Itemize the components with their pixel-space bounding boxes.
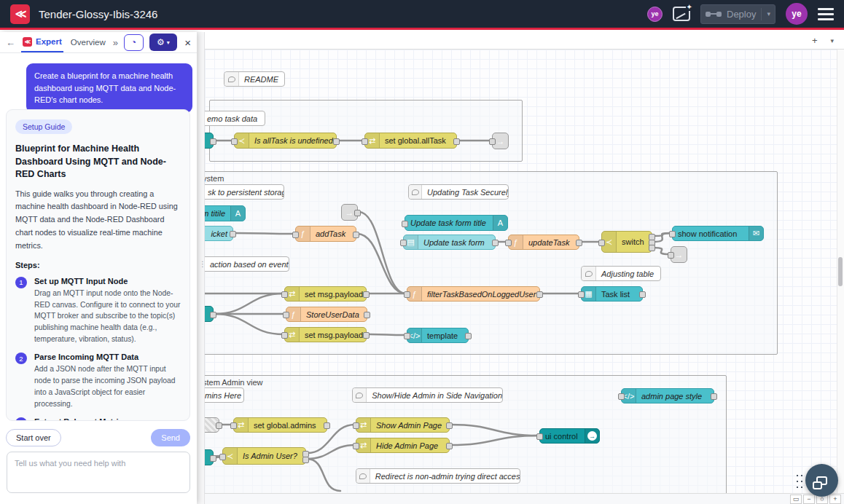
output-port[interactable]	[536, 291, 543, 298]
comment-node[interactable]: mins Here	[205, 387, 244, 403]
output-port[interactable]	[576, 240, 582, 246]
comment-node[interactable]: Adjusting table	[581, 266, 661, 281]
flow-list-button[interactable]: ▾	[830, 37, 834, 44]
output-port[interactable]	[711, 393, 717, 400]
output-port[interactable]	[492, 240, 499, 246]
input-port[interactable]	[578, 291, 585, 298]
output-port[interactable]	[230, 231, 236, 237]
output-port[interactable]	[216, 422, 222, 429]
output-port[interactable]	[302, 457, 309, 463]
canvas-viewport[interactable]: ystemstem Admin view READMEemo task data…	[205, 50, 844, 504]
send-button[interactable]: Send	[151, 429, 190, 446]
flow-node-set-global-alltask[interactable]: ⇄set global.allTask	[364, 133, 457, 149]
input-port[interactable]	[219, 454, 226, 460]
input-port[interactable]	[230, 422, 237, 429]
input-port[interactable]	[404, 333, 410, 339]
input-port[interactable]	[402, 221, 408, 227]
flow-node-m-titile[interactable]: m titileA	[205, 205, 246, 221]
flow-node-task-list[interactable]: ▦Task list	[581, 286, 643, 302]
input-port[interactable]	[281, 332, 288, 339]
tab-overview[interactable]: Overview	[69, 32, 107, 52]
flow-node-set-global-admins[interactable]: ⇄set global.admins	[233, 417, 327, 433]
input-port[interactable]	[292, 232, 299, 238]
comment-node[interactable]: action based on event	[205, 256, 289, 272]
flow-node-show-admin-page[interactable]: ⇄Show Admin Page	[356, 417, 450, 433]
settings-button[interactable]: ⚙ ▾	[149, 34, 178, 51]
flow-node-switch[interactable]: ≺switch	[601, 231, 652, 253]
flow-node-storeuserdata[interactable]: ƒStoreUserData	[286, 307, 367, 322]
input-port[interactable]	[618, 393, 625, 400]
flow-node-show-notification[interactable]: show notification✉	[672, 226, 764, 241]
output-port[interactable]	[446, 443, 453, 449]
input-port[interactable]	[400, 240, 407, 246]
output-port[interactable]	[354, 210, 361, 216]
flow-node-stub-teal[interactable]	[205, 133, 214, 149]
zoom-in-button[interactable]: +	[829, 495, 841, 504]
output-port[interactable]	[364, 312, 370, 318]
more-tabs-button[interactable]: »	[113, 37, 118, 48]
input-port[interactable]	[669, 231, 676, 237]
output-port[interactable]	[353, 232, 359, 238]
input-port[interactable]	[281, 291, 288, 298]
flow-node-admin-page-style[interactable]: </>admin page style	[621, 388, 714, 403]
navigator-button[interactable]: ▭	[790, 495, 802, 504]
flow-node-stub-teal[interactable]	[205, 449, 214, 465]
output-port[interactable]	[210, 312, 216, 318]
flow-node-template[interactable]: </>template	[407, 328, 469, 343]
drag-handle-dots[interactable]	[795, 473, 804, 489]
flow-node-updatetask[interactable]: ƒupdateTask	[508, 235, 579, 250]
back-button[interactable]: ←	[6, 37, 15, 48]
input-port[interactable]	[404, 291, 410, 298]
input-port[interactable]	[353, 422, 359, 429]
output-port[interactable]	[639, 291, 646, 298]
input-port[interactable]	[668, 252, 674, 259]
flow-node-[interactable]: →	[671, 246, 687, 263]
flow-node-set-msg-payload[interactable]: ⇄set msg.payload	[284, 286, 367, 302]
flow-node-icket[interactable]: icket	[205, 226, 233, 241]
flow-node-update-task-form[interactable]: ▤Update task form	[403, 235, 496, 250]
output-port[interactable]	[210, 138, 216, 145]
comment-node[interactable]: Updating Task Securely	[408, 184, 509, 200]
input-port[interactable]	[505, 240, 512, 246]
input-port[interactable]	[536, 433, 543, 440]
flow-node-is-alltask-is-undefined[interactable]: ≺Is allTask is undefined	[234, 133, 337, 149]
flow-node-[interactable]: →	[492, 133, 509, 149]
flow-node-stub-hash[interactable]	[205, 417, 219, 433]
flow-node-stub-teal[interactable]	[205, 306, 214, 322]
deploy-button[interactable]: Deploy ▾	[700, 4, 775, 24]
flow-node-update-task-form-title[interactable]: Update task form titleA	[405, 215, 508, 231]
close-panel-button[interactable]: ×	[184, 36, 191, 49]
start-over-button[interactable]: Start over	[6, 429, 61, 446]
flow-node-is-admin-user[interactable]: ≺Is Admin User?	[222, 447, 306, 465]
input-port[interactable]	[362, 138, 368, 145]
flow-node-[interactable]: →	[341, 204, 358, 221]
output-port[interactable]	[453, 138, 460, 145]
output-port[interactable]	[465, 333, 472, 339]
comment-node[interactable]: sk to persistent storage	[205, 184, 284, 200]
comment-node[interactable]: Show/Hide Admin in Side Navigation	[352, 387, 503, 403]
flow-node-set-msg-payload[interactable]: ⇄set msg.payload	[284, 327, 367, 342]
output-port[interactable]	[446, 422, 453, 429]
ai-capture-icon[interactable]: ✦	[673, 7, 690, 21]
input-port[interactable]	[283, 312, 289, 318]
output-port[interactable]	[210, 455, 216, 462]
deploy-caret-icon[interactable]: ▾	[767, 10, 770, 17]
comment-node[interactable]: README	[224, 71, 285, 87]
input-port[interactable]	[598, 240, 605, 246]
user-avatar[interactable]: ye	[786, 3, 808, 25]
output-port[interactable]	[363, 291, 370, 298]
comment-node[interactable]: emo task data	[205, 111, 265, 126]
input-port[interactable]	[231, 138, 238, 145]
tab-expert[interactable]: ≪ Expert	[21, 32, 63, 52]
collaborator-avatar[interactable]: ye	[647, 7, 663, 22]
output-port[interactable]	[363, 332, 370, 339]
vertical-scrollbar-thumb[interactable]	[838, 257, 843, 286]
input-port[interactable]	[353, 443, 359, 449]
flow-node-addtask[interactable]: ƒaddTask	[295, 226, 356, 242]
vertical-scrollbar[interactable]	[837, 50, 844, 493]
assistant-input[interactable]	[7, 452, 190, 493]
flow-node-filtertaskbasedonloggeduser[interactable]: ƒfilterTaskBasedOnLoggedUser	[407, 286, 540, 302]
flow-node-hide-admin-page[interactable]: ⇄Hide Admin Page	[356, 438, 450, 453]
zoom-out-button[interactable]: −	[803, 495, 815, 504]
input-port[interactable]	[489, 138, 496, 145]
